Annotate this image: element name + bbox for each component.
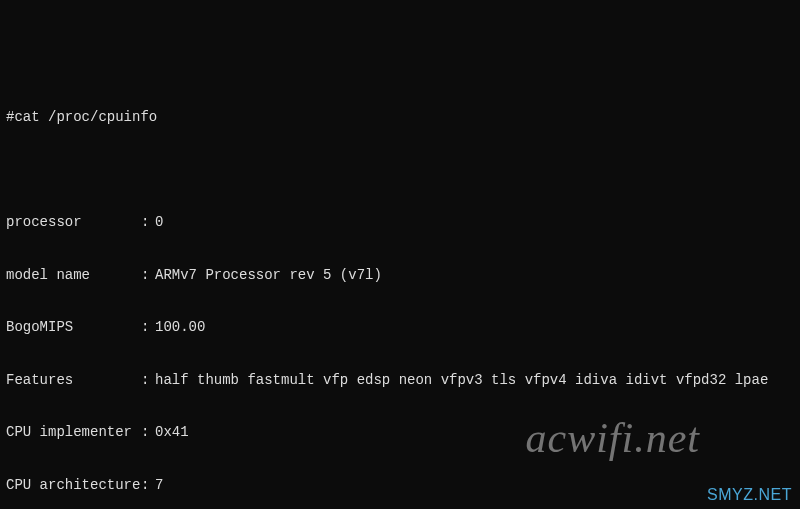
label: model name — [6, 267, 141, 285]
value: ARMv7 Processor rev 5 (v7l) — [155, 267, 382, 285]
value: half thumb fastmult vfp edsp neon vfpv3 … — [155, 372, 768, 390]
value: 100.00 — [155, 319, 205, 337]
value: 7 — [155, 477, 163, 495]
label: processor — [6, 214, 141, 232]
cpu-block: processor:0 model name:ARMv7 Processor r… — [6, 179, 794, 509]
value: 0 — [155, 214, 163, 232]
label: BogoMIPS — [6, 319, 141, 337]
label: CPU implementer — [6, 424, 141, 442]
command-line: #cat /proc/cpuinfo — [6, 109, 794, 127]
value: 0x41 — [155, 424, 189, 442]
label: CPU architecture — [6, 477, 141, 495]
terminal-output: #cat /proc/cpuinfo processor:0 model nam… — [6, 74, 794, 509]
label: Features — [6, 372, 141, 390]
